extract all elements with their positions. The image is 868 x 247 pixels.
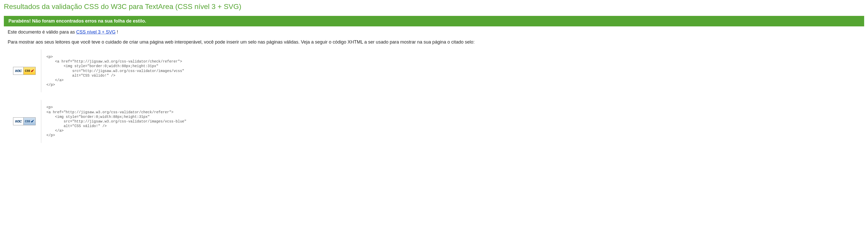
badge-row-gold: W3C CSS ✔ <p> <a href="http://jigsaw.w3.… xyxy=(8,50,860,92)
w3c-label: W3C xyxy=(13,67,24,74)
code-block-blue: <p> <a href="http://jigsaw.w3.org/css-va… xyxy=(46,105,186,137)
w3c-css-blue-badge-icon: W3C CSS ✔ xyxy=(13,117,36,125)
css-text: CSS xyxy=(25,69,30,72)
badge-cell-blue: W3C CSS ✔ xyxy=(8,117,41,125)
page-title: Resultados da validação CSS do W3C para … xyxy=(0,0,868,13)
css-label-blue: CSS ✔ xyxy=(24,118,35,125)
badge-cell-gold: W3C CSS ✔ xyxy=(8,67,41,75)
w3c-label-blue: W3C xyxy=(13,118,24,125)
w3c-css-gold-badge-icon: W3C CSS ✔ xyxy=(13,67,36,75)
css-label-gold: CSS ✔ xyxy=(24,67,35,74)
checkmark-icon: ✔ xyxy=(31,119,34,124)
content-area: Este documento é válido para as CSS níve… xyxy=(0,26,868,154)
code-cell-gold: <p> <a href="http://jigsaw.w3.org/css-va… xyxy=(41,50,189,92)
congrats-banner: Parabéns! Não foram encontrados erros na… xyxy=(4,16,864,26)
valid-document-text: Este documento é válido para as CSS níve… xyxy=(8,29,860,35)
valid-doc-suffix: ! xyxy=(116,29,118,35)
intro-text: Para mostrar aos seus leitores que você … xyxy=(8,39,860,45)
css-text-blue: CSS xyxy=(25,120,30,123)
code-block-gold: <p> <a href="http://jigsaw.w3.org/css-va… xyxy=(46,55,184,87)
valid-doc-prefix: Este documento é válido para as xyxy=(8,29,76,35)
code-cell-blue: <p> <a href="http://jigsaw.w3.org/css-va… xyxy=(41,100,191,143)
css-level-link[interactable]: CSS nível 3 + SVG xyxy=(76,29,116,35)
checkmark-icon: ✔ xyxy=(31,68,34,73)
badge-row-blue: W3C CSS ✔ <p> <a href="http://jigsaw.w3.… xyxy=(8,100,860,143)
